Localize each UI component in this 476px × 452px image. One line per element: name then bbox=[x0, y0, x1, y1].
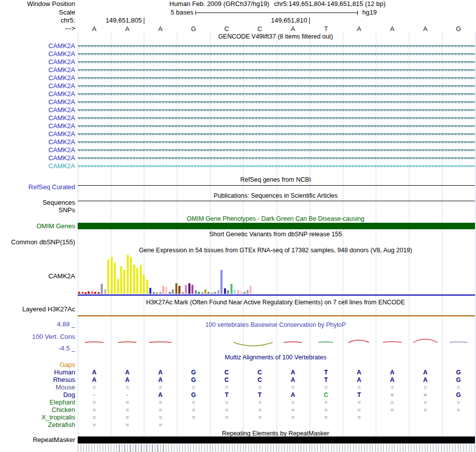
alignment-cell: = bbox=[126, 399, 129, 406]
repeatmasker-bar[interactable] bbox=[78, 436, 475, 443]
gencode-transcript-row: CAMK2A<<<<<<<<<<<<<<<<<<<<<<<<<<<<<<<<<<… bbox=[0, 74, 476, 82]
transcript-arrow-line[interactable]: <<<<<<<<<<<<<<<<<<<<<<<<<<<<<<<<<<<<<<<<… bbox=[78, 50, 475, 58]
alignment-cell: A bbox=[357, 376, 361, 383]
alignment-cell: = bbox=[291, 384, 295, 391]
sequences-track-label[interactable]: Sequences bbox=[0, 199, 75, 206]
alignment-cell: = bbox=[159, 384, 162, 391]
alignment-cell: = bbox=[126, 421, 129, 428]
alignment-cell: A bbox=[92, 369, 97, 376]
alignment-cell: = bbox=[423, 384, 427, 391]
gene-label[interactable]: CAMK2A bbox=[0, 75, 75, 82]
phylop-track-title: 100 vertebrates Basewise Conservation by… bbox=[78, 321, 473, 328]
scale-value: 5 bases bbox=[170, 9, 193, 16]
gene-label[interactable]: CAMK2A bbox=[0, 51, 75, 58]
omim-track-label[interactable]: OMIM Genes bbox=[0, 223, 75, 230]
alignment-cell: = bbox=[291, 399, 295, 406]
reference-base: C bbox=[224, 25, 229, 33]
gene-label[interactable]: CAMK2A bbox=[0, 67, 75, 74]
transcript-arrow-line[interactable]: <<<<<<<<<<<<<<<<<<<<<<<<<<<<<<<<<<<<<<<<… bbox=[78, 90, 475, 98]
h3k27ac-signal-line[interactable] bbox=[78, 315, 475, 316]
gtex-tissue-bar bbox=[104, 289, 106, 294]
transcript-arrow-line[interactable]: <<<<<<<<<<<<<<<<<<<<<<<<<<<<<<<<<<<<<<<<… bbox=[78, 146, 475, 154]
gene-label[interactable]: CAMK2A bbox=[0, 131, 75, 138]
gtex-tissue-bar bbox=[211, 292, 213, 294]
alignment-cell: A bbox=[357, 369, 361, 376]
gtex-tissue-bar bbox=[136, 268, 138, 294]
gene-label[interactable]: CAMK2A bbox=[0, 83, 75, 90]
gtex-tissue-bar bbox=[130, 257, 132, 294]
alignment-cell: - bbox=[93, 391, 95, 398]
phylop-mark bbox=[233, 342, 273, 346]
transcript-arrow-line[interactable]: <<<<<<<<<<<<<<<<<<<<<<<<<<<<<<<<<<<<<<<<… bbox=[78, 66, 475, 74]
gtex-gene-model-line[interactable] bbox=[78, 294, 475, 296]
alignment-cell: = bbox=[159, 421, 162, 428]
gtex-tissue-bar bbox=[244, 292, 246, 294]
gene-label[interactable]: CAMK2A bbox=[0, 123, 75, 130]
publications-sequence-line[interactable] bbox=[78, 201, 475, 201]
snps-track-label[interactable]: SNPs bbox=[0, 207, 75, 214]
gtex-tissue-bar bbox=[162, 286, 164, 294]
gene-label[interactable]: CAMK2A bbox=[0, 59, 75, 66]
transcript-arrow-line[interactable]: <<<<<<<<<<<<<<<<<<<<<<<<<<<<<<<<<<<<<<<<… bbox=[78, 122, 475, 130]
species-label-rhesus[interactable]: Rhesus bbox=[0, 376, 75, 383]
h3k27ac-track-label[interactable]: Layered H3K27Ac bbox=[0, 306, 75, 313]
dbsnp-track-label[interactable]: Common dbSNP(155) bbox=[0, 239, 75, 246]
reference-base: C bbox=[258, 25, 262, 33]
gtex-tissue-bar bbox=[169, 292, 171, 294]
omim-gene-bar[interactable] bbox=[78, 223, 475, 229]
transcript-arrow-line[interactable]: <<<<<<<<<<<<<<<<<<<<<<<<<<<<<<<<<<<<<<<<… bbox=[78, 114, 475, 122]
phylop-conservation-plot[interactable] bbox=[0, 328, 476, 352]
alignment-cell: = bbox=[456, 399, 460, 406]
alignment-cell: = bbox=[126, 384, 129, 391]
repeatmasker-track-label[interactable]: RepeatMasker bbox=[0, 436, 75, 443]
species-label-x_tropicalis[interactable]: X_tropicalis bbox=[0, 414, 75, 421]
gtex-gene-label[interactable]: CAMK2A bbox=[0, 273, 75, 280]
chromosome-label: chr5: bbox=[0, 17, 75, 24]
transcript-arrow-line[interactable]: <<<<<<<<<<<<<<<<<<<<<<<<<<<<<<<<<<<<<<<<… bbox=[78, 82, 475, 90]
gene-label[interactable]: CAMK2A bbox=[0, 99, 75, 106]
transcript-arrow-line[interactable]: <<<<<<<<<<<<<<<<<<<<<<<<<<<<<<<<<<<<<<<<… bbox=[78, 130, 475, 138]
gtex-tissue-bar bbox=[88, 291, 90, 294]
ruler-tick bbox=[309, 18, 310, 24]
transcript-arrow-line[interactable]: <<<<<<<<<<<<<<<<<<<<<<<<<<<<<<<<<<<<<<<<… bbox=[78, 74, 475, 82]
transcript-arrow-line[interactable]: <<<<<<<<<<<<<<<<<<<<<<<<<<<<<<<<<<<<<<<<… bbox=[78, 162, 475, 170]
gene-label[interactable]: CAMK2A bbox=[0, 43, 75, 50]
base-position-ticks bbox=[78, 444, 475, 452]
alignment-cell: = bbox=[159, 399, 162, 406]
gene-label[interactable]: CAMK2A bbox=[0, 139, 75, 146]
species-label-zebrafish[interactable]: Zebrafish bbox=[0, 421, 75, 428]
gene-label[interactable]: CAMK2A bbox=[0, 115, 75, 122]
transcript-arrow-line[interactable]: <<<<<<<<<<<<<<<<<<<<<<<<<<<<<<<<<<<<<<<<… bbox=[78, 106, 475, 114]
gene-label[interactable]: CAMK2A bbox=[0, 107, 75, 114]
gtex-tissue-bar bbox=[127, 255, 129, 294]
transcript-arrow-line[interactable]: <<<<<<<<<<<<<<<<<<<<<<<<<<<<<<<<<<<<<<<<… bbox=[78, 42, 475, 50]
species-label-chicken[interactable]: Chicken bbox=[0, 406, 75, 413]
species-label-dog[interactable]: Dog bbox=[0, 391, 75, 398]
alignment-cell: = bbox=[423, 391, 427, 398]
repeatmasker-track-title: Repeating Elements by RepeatMasker bbox=[78, 430, 473, 437]
gene-label[interactable]: CAMK2A bbox=[0, 163, 75, 170]
alignment-cell: = bbox=[324, 414, 328, 421]
phylop-mark bbox=[383, 342, 401, 343]
species-label-mouse[interactable]: Mouse bbox=[0, 384, 75, 391]
species-label-elephant[interactable]: Elephant bbox=[0, 399, 75, 406]
gene-label[interactable]: CAMK2A bbox=[0, 91, 75, 98]
refseq-track-label[interactable]: RefSeq Curated bbox=[0, 184, 75, 191]
gtex-tissue-bar bbox=[230, 284, 232, 294]
refseq-gene-line[interactable] bbox=[78, 185, 475, 186]
gtex-tissue-bar bbox=[156, 292, 158, 294]
species-label-gaps[interactable]: Gaps bbox=[0, 361, 75, 368]
gene-label[interactable]: CAMK2A bbox=[0, 155, 75, 162]
transcript-arrow-line[interactable]: <<<<<<<<<<<<<<<<<<<<<<<<<<<<<<<<<<<<<<<<… bbox=[78, 154, 475, 162]
refseq-track-title: RefSeq genes from NCBI bbox=[78, 176, 473, 183]
transcript-arrow-line[interactable]: <<<<<<<<<<<<<<<<<<<<<<<<<<<<<<<<<<<<<<<<… bbox=[78, 138, 475, 146]
gtex-tissue-bar bbox=[237, 290, 239, 294]
gencode-transcript-row: CAMK2A<<<<<<<<<<<<<<<<<<<<<<<<<<<<<<<<<<… bbox=[0, 42, 476, 50]
gene-label[interactable]: CAMK2A bbox=[0, 147, 75, 154]
alignment-cell: G bbox=[191, 376, 196, 383]
scale-bar-left-tick bbox=[195, 11, 196, 15]
transcript-arrow-line[interactable]: <<<<<<<<<<<<<<<<<<<<<<<<<<<<<<<<<<<<<<<<… bbox=[78, 98, 475, 106]
transcript-arrow-line[interactable]: <<<<<<<<<<<<<<<<<<<<<<<<<<<<<<<<<<<<<<<<… bbox=[78, 58, 475, 66]
reference-base: A bbox=[158, 25, 163, 33]
species-label-human[interactable]: Human bbox=[0, 369, 75, 376]
